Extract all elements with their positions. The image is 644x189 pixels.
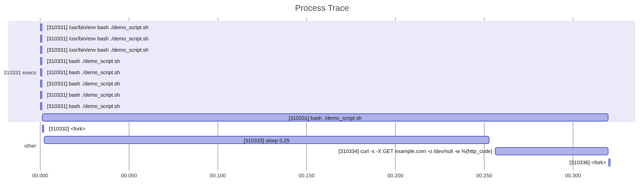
trace-span[interactable]: [310333] sleep 0.25 [44, 136, 490, 144]
trace-span[interactable] [42, 125, 44, 133]
trace-span[interactable] [40, 23, 42, 31]
trace-span[interactable] [40, 57, 42, 65]
x-tick-label: 00.150 [299, 170, 315, 179]
trace-span[interactable] [40, 34, 42, 43]
trace-span[interactable] [40, 102, 42, 110]
trace-span-label: [310331] bash ./demo_script.sh [44, 91, 120, 99]
lane-label: other [2, 143, 36, 149]
trace-span-label: [310332] <fork> [46, 125, 86, 133]
trace-span-label: [310331] /usr/bin/env bash ./demo_script… [44, 34, 148, 43]
lane-label: 310331 execs [2, 70, 36, 76]
x-tick-label: 00.200 [387, 170, 404, 179]
trace-span[interactable] [40, 80, 42, 88]
chart-title: Process Trace [0, 3, 644, 13]
trace-span-label: [310331] bash ./demo_script.sh [44, 57, 120, 65]
trace-span-label: [310331] bash ./demo_script.sh [44, 80, 120, 88]
trace-span-label: [310336] <fork> [570, 158, 608, 166]
x-tick-label: 00.300 [565, 170, 581, 179]
trace-span[interactable] [495, 147, 608, 155]
trace-span-label: [310331] bash ./demo_script.sh [44, 68, 120, 76]
trace-span[interactable] [608, 158, 610, 166]
process-trace-chart: Process Trace 00.00000.05000.10000.15000… [0, 0, 644, 189]
trace-span-label: [310331] /usr/bin/env bash ./demo_script… [44, 46, 148, 54]
trace-span[interactable] [40, 46, 42, 54]
x-tick-label: 00.250 [476, 170, 492, 179]
trace-span[interactable]: [310331] bash ./demo_script.sh [42, 114, 608, 122]
trace-span[interactable] [40, 91, 42, 99]
trace-span-label: [310331] bash ./demo_script.sh [42, 114, 608, 122]
trace-span-label: [310331] bash ./demo_script.sh [44, 102, 120, 110]
trace-span-label: [310334] curl -s -X GET example.com -o /… [339, 147, 495, 155]
trace-span[interactable] [40, 68, 42, 76]
trace-span-label: [310333] sleep 0.25 [44, 136, 489, 144]
x-tick-label: 00.050 [121, 170, 137, 179]
x-tick-label: 00.000 [32, 170, 48, 179]
plot-area: 00.00000.05000.10000.15000.20000.25000.3… [40, 18, 635, 170]
x-tick-label: 00.100 [210, 170, 226, 179]
trace-span-label: [310331] /usr/bin/env bash ./demo_script… [44, 23, 148, 31]
